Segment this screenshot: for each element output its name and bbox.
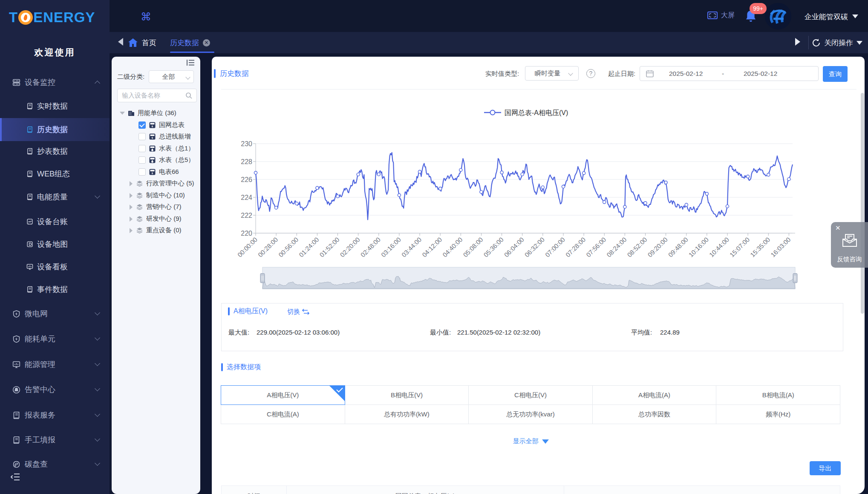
- tree-node-重点设备 (0)[interactable]: 重点设备 (0): [112, 225, 200, 236]
- tab-scroll-left-icon[interactable]: [118, 38, 123, 46]
- avg-value: 224.89: [660, 329, 680, 336]
- device-search-input[interactable]: 输入设备名称: [117, 89, 197, 102]
- show-all-label: 显示全部: [513, 437, 539, 445]
- feedback-close-icon[interactable]: ✕: [835, 224, 841, 232]
- big-screen-button[interactable]: 大屏: [707, 11, 735, 20]
- data-item-频率(Hz)[interactable]: 频率(Hz): [716, 404, 840, 424]
- tree-checkbox[interactable]: [138, 133, 146, 140]
- workspace-icon[interactable]: ⌘: [141, 11, 151, 23]
- sidebar-collapse-icon[interactable]: [11, 473, 20, 481]
- caret-right-icon[interactable]: [130, 228, 133, 233]
- org-caret-icon[interactable]: [852, 14, 858, 18]
- help-icon[interactable]: ?: [586, 69, 595, 78]
- sidebar-item-微电网[interactable]: 微电网: [0, 303, 110, 324]
- sidebar-item-设备看板[interactable]: 设备看板: [0, 256, 110, 277]
- tree-node-国网总表[interactable]: 国网总表: [112, 119, 200, 131]
- data-item-C相电流(A)[interactable]: C相电流(A): [221, 404, 345, 424]
- tree-node-水表（总1）[interactable]: 水表（总1）: [112, 143, 200, 154]
- data-item-总无功功率(kvar)[interactable]: 总无功功率(kvar): [468, 404, 593, 424]
- tab-close-icon[interactable]: ✕: [203, 39, 210, 46]
- caret-right-icon[interactable]: [130, 193, 133, 198]
- sidebar-item-告警中心[interactable]: 告警中心: [0, 379, 110, 400]
- tree-checkbox[interactable]: [138, 168, 146, 176]
- tree-node-水表（总5）[interactable]: 水表（总5）: [112, 154, 200, 166]
- tabbar-divider: [808, 36, 809, 49]
- datazoom-handle-right[interactable]: [793, 274, 797, 283]
- tree-list-icon[interactable]: [187, 59, 194, 66]
- data-item-A相电压(V)[interactable]: A相电压(V): [221, 385, 345, 405]
- sidebar-item-设备台账[interactable]: 设备台账: [0, 211, 110, 232]
- chart-datazoom-slider[interactable]: [260, 267, 797, 289]
- sidebar-item-碳盘查[interactable]: 碳盘查: [0, 454, 110, 475]
- logo: TENERGY: [9, 9, 95, 26]
- caret-down-icon[interactable]: [120, 112, 125, 115]
- tree-checkbox[interactable]: [138, 145, 146, 152]
- data-item-总功率因数[interactable]: 总功率因数: [592, 404, 717, 424]
- tab-history-data[interactable]: 历史数据 ✕: [170, 32, 210, 53]
- org-switcher[interactable]: 企业能管双碳: [805, 12, 848, 22]
- data-item-A相电流(A)[interactable]: A相电流(A): [592, 385, 717, 405]
- tree-node-行政管理中心 (5)[interactable]: 行政管理中心 (5): [112, 178, 200, 189]
- sidebar-item-能耗单元[interactable]: 能耗单元: [0, 328, 110, 350]
- feedback-widget[interactable]: ✕ 反馈咨询: [831, 222, 868, 268]
- show-all-link[interactable]: 显示全部: [221, 437, 840, 445]
- chart-x-label: 01:24:00: [297, 236, 320, 258]
- data-item-B相电流(A)[interactable]: B相电流(A): [716, 385, 840, 405]
- date-end-value[interactable]: 2025-02-12: [744, 70, 777, 78]
- sidebar-item-label: 能源管理: [25, 359, 55, 370]
- tree-node-用能单位 (36)[interactable]: 用能单位 (36): [112, 107, 200, 119]
- tree-node-制造中心 (10)[interactable]: 制造中心 (10): [112, 190, 200, 201]
- sidebar-item-历史数据[interactable]: 历史数据: [0, 118, 110, 141]
- sidebar-item-实时数据[interactable]: 实时数据: [0, 95, 110, 117]
- sidebar-item-能源管理[interactable]: 能源管理: [0, 354, 110, 375]
- caret-right-icon[interactable]: [130, 205, 133, 210]
- meter-water-icon: [149, 145, 156, 152]
- tree-node-电表66[interactable]: 电表66: [112, 166, 200, 178]
- tree-node-营销中心 (7)[interactable]: 营销中心 (7): [112, 201, 200, 213]
- sidebar-item-报表服务[interactable]: 报表服务: [0, 404, 110, 426]
- chart-markers: [254, 168, 790, 209]
- realtime-type-select[interactable]: 瞬时变量: [525, 66, 579, 81]
- scrollbar-thumb[interactable]: [861, 93, 864, 314]
- tab-home[interactable]: 首页: [128, 32, 156, 53]
- sidebar-item-抄表数据[interactable]: 抄表数据: [0, 141, 110, 162]
- tree-node-总进线新增[interactable]: 总进线新增: [112, 131, 200, 142]
- sidebar-item-事件数据[interactable]: 事件数据: [0, 279, 110, 300]
- sidebar-item-电能质量[interactable]: 电能质量: [0, 186, 110, 208]
- tree-checkbox[interactable]: [138, 121, 146, 129]
- sidebar-item-label: 实时数据: [37, 101, 68, 111]
- secondary-category-select[interactable]: 全部: [149, 70, 194, 83]
- export-button[interactable]: 导出: [810, 461, 841, 475]
- home-icon: [128, 38, 138, 47]
- select-caret-icon: [568, 71, 573, 75]
- book-icon: [12, 411, 20, 419]
- data-item-B相电压(V)[interactable]: B相电压(V): [345, 385, 469, 405]
- tree-node-研发中心 (9)[interactable]: 研发中心 (9): [112, 213, 200, 225]
- caret-right-icon[interactable]: [130, 217, 133, 222]
- tree-node-label: 电表66: [159, 168, 179, 176]
- datazoom-handle-left[interactable]: [260, 274, 265, 283]
- sidebar-item-设备监控[interactable]: 设备监控: [0, 72, 110, 93]
- avatar[interactable]: [765, 3, 791, 29]
- tab-scroll-right-icon[interactable]: [795, 38, 800, 46]
- query-button[interactable]: 查询: [823, 66, 848, 82]
- data-item-C相电压(V)[interactable]: C相电压(V): [468, 385, 593, 405]
- close-operations-dropdown[interactable]: 关闭操作: [812, 32, 862, 53]
- sidebar-item-icon: [26, 103, 33, 110]
- sidebar-item-手工填报[interactable]: 手工填报: [0, 429, 110, 451]
- calendar-icon: [646, 70, 654, 78]
- data-item-总有功功率(kW)[interactable]: 总有功功率(kW): [345, 404, 469, 424]
- data-items-title: 选择数据项: [227, 363, 261, 372]
- date-range-picker[interactable]: 2025-02-12 - 2025-02-12: [640, 66, 819, 81]
- stats-title: A相电压(V): [234, 307, 268, 316]
- sidebar-item-WEB组态[interactable]: WEB组态: [0, 163, 110, 185]
- carbon-icon: [12, 460, 20, 468]
- chart-legend[interactable]: 国网总表-A相电压(V): [484, 109, 568, 116]
- layers-icon: [136, 180, 143, 187]
- date-start-value[interactable]: 2025-02-12: [669, 70, 703, 78]
- logo-flame-icon: [18, 10, 33, 25]
- switch-metric-button[interactable]: 切换: [287, 308, 309, 316]
- caret-right-icon[interactable]: [130, 181, 133, 186]
- tree-checkbox[interactable]: [138, 156, 146, 164]
- sidebar-item-设备地图[interactable]: 设备地图: [0, 234, 110, 255]
